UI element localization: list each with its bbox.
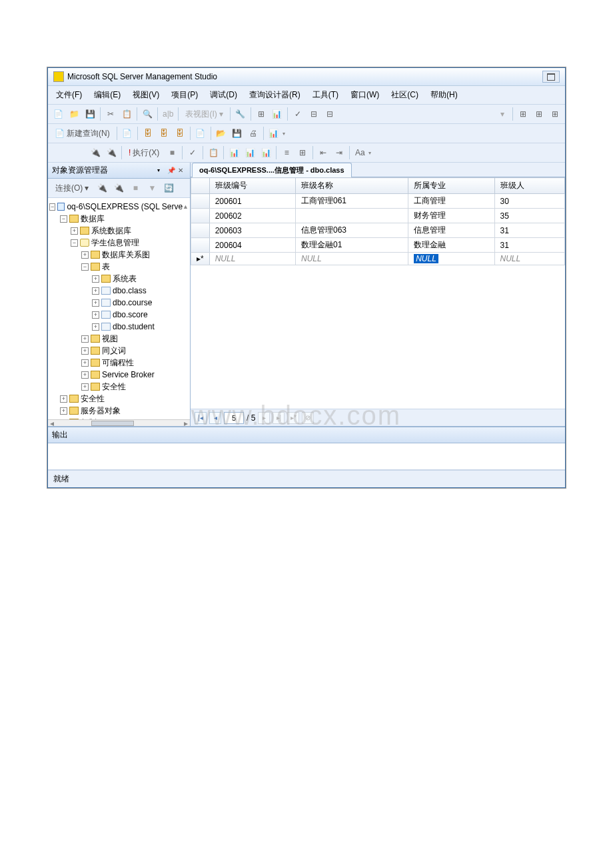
tree-programmability[interactable]: 可编程性 — [102, 357, 134, 369]
col-class-name[interactable]: 班级名称 — [296, 178, 408, 194]
tree-dbo-course[interactable]: dbo.course — [113, 298, 152, 307]
dropdown-icon[interactable]: ▾ — [495, 107, 510, 121]
menu-community[interactable]: 社区(C) — [386, 87, 424, 103]
col-count[interactable]: 班级人 — [494, 178, 564, 194]
tree-server[interactable]: oq-6\SQLEXPRESS (SQL Serve — [67, 202, 183, 211]
nav-first-icon[interactable]: |◂ — [195, 412, 207, 424]
indent-right-icon[interactable]: ⇥ — [332, 145, 346, 160]
expander-icon[interactable]: + — [81, 371, 89, 379]
comment-icon[interactable]: Aa — [352, 145, 367, 160]
result-grid-icon[interactable]: ⊞ — [295, 145, 310, 160]
expander-icon[interactable]: + — [60, 407, 67, 415]
disconnect-icon[interactable]: 🔌 — [104, 145, 119, 160]
verify-icon[interactable]: ✓ — [291, 107, 305, 121]
sql-icon[interactable]: 🔧 — [233, 107, 248, 121]
close-icon[interactable]: ✕ — [178, 167, 186, 175]
expander-icon[interactable]: + — [92, 311, 99, 319]
table-view-dropdown[interactable]: 表视图(I) ▾ — [181, 107, 227, 121]
outline-icon[interactable]: 📋 — [206, 145, 221, 160]
expander-icon[interactable]: + — [92, 287, 99, 295]
tab2-icon[interactable]: ⊟ — [322, 107, 337, 121]
menu-tools[interactable]: 工具(T) — [307, 87, 344, 103]
table-row-new[interactable]: ▸*NULLNULLNULLNULL — [191, 253, 565, 265]
tree-databases[interactable]: 数据库 — [81, 213, 105, 225]
menu-help[interactable]: 帮助(H) — [425, 87, 463, 103]
table-row[interactable]: 200604数理金融01数理金融31 — [191, 238, 565, 253]
open2-icon[interactable]: 📂 — [214, 126, 229, 141]
connect-icon[interactable]: 🔌 — [88, 145, 103, 160]
nav-new-icon[interactable]: ▸* — [287, 412, 299, 424]
file2-icon[interactable]: 📄 — [193, 126, 208, 141]
connect-dropdown[interactable]: 连接(O) ▾ — [51, 181, 93, 195]
expander-icon[interactable]: − — [81, 263, 89, 271]
new-query-button[interactable]: 📄新建查询(N) — [51, 127, 114, 141]
disconnect-btn-icon[interactable]: 🔌 — [111, 181, 126, 195]
grid-icon[interactable]: ⊞ — [254, 107, 269, 121]
execute-button[interactable]: ! 执行(X) — [125, 146, 163, 160]
pin-icon[interactable]: 📌 — [167, 167, 175, 175]
tree-diagrams[interactable]: 数据库关系图 — [102, 249, 150, 261]
copy-icon[interactable]: 📋 — [119, 107, 134, 121]
expander-icon[interactable]: + — [81, 347, 89, 355]
menu-view[interactable]: 视图(V) — [127, 87, 165, 103]
nav-prev-icon[interactable]: ◂ — [209, 412, 221, 424]
menu-edit[interactable]: 编辑(E) — [89, 87, 126, 103]
nav-stop-icon[interactable]: ⊘ — [302, 412, 314, 424]
tree-server-objects[interactable]: 服务器对象 — [81, 405, 121, 417]
parse-icon[interactable]: ✓ — [185, 145, 200, 160]
tree-dbo-student[interactable]: dbo.student — [113, 322, 155, 331]
expander-icon[interactable]: + — [71, 227, 78, 235]
filter-icon[interactable]: ▼ — [145, 181, 159, 195]
find-icon[interactable]: 🔍 — [140, 107, 155, 121]
tab-dbo-class[interactable]: oq-6\SQLEXPRESS....信息管理 - dbo.class — [192, 163, 352, 177]
data-grid[interactable]: 班级编号 班级名称 所属专业 班级人 200601工商管理061工商管理3020… — [191, 177, 565, 265]
new-project-icon[interactable]: 📄 — [51, 107, 65, 121]
db3-icon[interactable]: 🗄 — [173, 126, 187, 141]
plan1-icon[interactable]: 📊 — [227, 145, 241, 160]
tree-service-broker[interactable]: Service Broker — [102, 370, 155, 379]
activity-icon[interactable]: 📊 — [267, 126, 281, 141]
print-icon[interactable]: 🖨 — [246, 126, 261, 141]
tree-sysdb[interactable]: 系统数据库 — [91, 225, 131, 237]
group3-icon[interactable]: ⊞ — [548, 107, 562, 121]
menu-query-designer[interactable]: 查询设计器(R) — [244, 87, 306, 103]
tree-studentdb[interactable]: 学生信息管理 — [91, 237, 139, 249]
expander-icon[interactable]: + — [81, 359, 89, 367]
db2-icon[interactable]: 🗄 — [157, 126, 171, 141]
results-icon[interactable]: 📊 — [270, 107, 285, 121]
expander-icon[interactable]: + — [81, 335, 89, 343]
indent-left-icon[interactable]: ⇤ — [316, 145, 330, 160]
result-text-icon[interactable]: ≡ — [279, 145, 294, 160]
plan3-icon[interactable]: 📊 — [259, 145, 273, 160]
stop-icon[interactable]: ■ — [165, 145, 179, 160]
tree-server-security[interactable]: 安全性 — [81, 393, 105, 405]
expander-icon[interactable]: + — [81, 383, 89, 391]
save2-icon[interactable]: 💾 — [230, 126, 245, 141]
col-class-id[interactable]: 班级编号 — [209, 178, 295, 194]
refresh-icon[interactable]: 🔄 — [161, 181, 176, 195]
expander-icon[interactable]: − — [49, 203, 55, 211]
tree-synonyms[interactable]: 同义词 — [102, 345, 126, 357]
tree-tables[interactable]: 表 — [102, 261, 110, 273]
tree-db-security[interactable]: 安全性 — [102, 381, 126, 393]
save-icon[interactable]: 💾 — [83, 107, 97, 121]
tab-icon[interactable]: ⊟ — [306, 107, 321, 121]
table-row[interactable]: 200603信息管理063信息管理31 — [191, 223, 565, 238]
horizontal-scrollbar[interactable]: ◂ ▸ — [48, 419, 190, 426]
nav-current-input[interactable] — [224, 412, 244, 424]
menu-file[interactable]: 文件(F) — [51, 87, 87, 103]
tree-views[interactable]: 视图 — [102, 333, 118, 345]
menu-debug[interactable]: 调试(D) — [205, 87, 243, 103]
menu-project[interactable]: 项目(P) — [166, 87, 203, 103]
tree-systables[interactable]: 系统表 — [113, 273, 137, 285]
table-row[interactable]: 200601工商管理061工商管理30 — [191, 194, 565, 209]
expander-icon[interactable]: + — [81, 251, 89, 259]
connect-btn-icon[interactable]: 🔌 — [95, 181, 109, 195]
group2-icon[interactable]: ⊞ — [532, 107, 546, 121]
stop-btn-icon[interactable]: ■ — [128, 181, 143, 195]
expander-icon[interactable]: + — [60, 395, 67, 403]
expander-icon[interactable]: + — [92, 323, 99, 331]
cut-icon[interactable]: ✂ — [103, 107, 118, 121]
tree-dbo-class[interactable]: dbo.class — [113, 286, 147, 295]
open-icon[interactable]: 📁 — [67, 107, 81, 121]
